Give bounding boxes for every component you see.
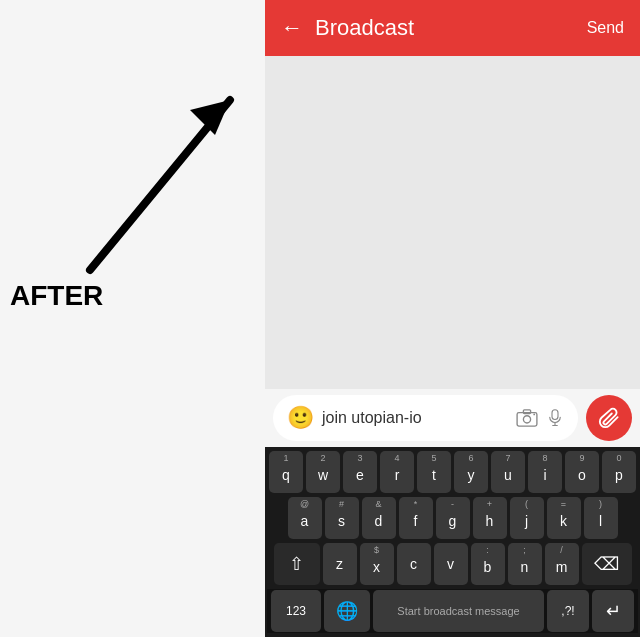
key-o[interactable]: 9o: [565, 451, 599, 493]
svg-rect-4: [523, 410, 530, 414]
key-l[interactable]: )l: [584, 497, 618, 539]
attach-button[interactable]: [586, 395, 632, 441]
keyboard: 1q 2w 3e 4r 5t 6y 7u 8i 9o 0p @a #s &d *…: [265, 447, 640, 637]
key-v[interactable]: v: [434, 543, 468, 585]
key-n[interactable]: ;n: [508, 543, 542, 585]
svg-point-3: [523, 416, 530, 423]
space-key[interactable]: Start broadcast message: [373, 590, 544, 632]
message-input-box[interactable]: 🙂 join utopian-io: [273, 395, 578, 441]
keyboard-bottom-bar: 123 🌐 Start broadcast message ,?! ↵: [267, 589, 638, 633]
svg-point-5: [533, 414, 535, 416]
key-g[interactable]: -g: [436, 497, 470, 539]
key-m[interactable]: /m: [545, 543, 579, 585]
left-panel: AFTER: [0, 0, 265, 637]
key-p[interactable]: 0p: [602, 451, 636, 493]
key-d[interactable]: &d: [362, 497, 396, 539]
key-q[interactable]: 1q: [269, 451, 303, 493]
emoji-icon[interactable]: 🙂: [287, 405, 314, 431]
punctuation-key[interactable]: ,?!: [547, 590, 589, 632]
arrow-graphic: [60, 70, 260, 290]
key-j[interactable]: (j: [510, 497, 544, 539]
key-b[interactable]: :b: [471, 543, 505, 585]
globe-icon: 🌐: [336, 600, 358, 622]
key-x[interactable]: $x: [360, 543, 394, 585]
phone-panel: ← Broadcast Send 🙂 join utopian-io: [265, 0, 640, 637]
key-t[interactable]: 5t: [417, 451, 451, 493]
enter-key[interactable]: ↵: [592, 590, 634, 632]
send-button[interactable]: Send: [587, 19, 624, 37]
key-i[interactable]: 8i: [528, 451, 562, 493]
key-y[interactable]: 6y: [454, 451, 488, 493]
key-k[interactable]: =k: [547, 497, 581, 539]
app-header: ← Broadcast Send: [265, 0, 640, 56]
chat-area: [265, 56, 640, 389]
key-a[interactable]: @a: [288, 497, 322, 539]
svg-marker-1: [190, 100, 230, 135]
shift-key[interactable]: ⇧: [274, 543, 320, 585]
input-row: 🙂 join utopian-io: [265, 389, 640, 447]
back-button[interactable]: ←: [281, 15, 303, 41]
language-key[interactable]: 🌐: [324, 590, 370, 632]
backspace-key[interactable]: ⌫: [582, 543, 632, 585]
camera-icon[interactable]: [516, 409, 538, 427]
paperclip-icon: [598, 407, 620, 429]
numbers-key[interactable]: 123: [271, 590, 321, 632]
key-s[interactable]: #s: [325, 497, 359, 539]
key-z[interactable]: z: [323, 543, 357, 585]
message-text[interactable]: join utopian-io: [322, 409, 508, 427]
key-r[interactable]: 4r: [380, 451, 414, 493]
key-w[interactable]: 2w: [306, 451, 340, 493]
key-e[interactable]: 3e: [343, 451, 377, 493]
page-title: Broadcast: [315, 15, 587, 41]
microphone-icon[interactable]: [546, 409, 564, 427]
svg-rect-6: [552, 410, 558, 420]
key-h[interactable]: +h: [473, 497, 507, 539]
key-u[interactable]: 7u: [491, 451, 525, 493]
key-c[interactable]: c: [397, 543, 431, 585]
keyboard-row-3: ⇧ z $x c v :b ;n /m ⌫: [267, 543, 638, 585]
key-f[interactable]: *f: [399, 497, 433, 539]
keyboard-row-2: @a #s &d *f -g +h (j =k )l: [267, 497, 638, 539]
keyboard-row-1: 1q 2w 3e 4r 5t 6y 7u 8i 9o 0p: [267, 451, 638, 493]
